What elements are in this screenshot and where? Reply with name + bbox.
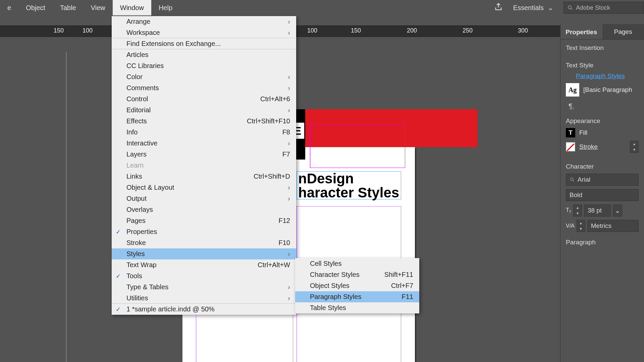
share-icon[interactable] bbox=[494, 2, 503, 13]
menu-item-label: Links bbox=[126, 173, 142, 180]
paragraph-styles-link[interactable]: Paragraph Styles bbox=[566, 72, 639, 80]
menu-item-label: Properties bbox=[126, 228, 157, 236]
menu-item-interactive[interactable]: Interactive› bbox=[112, 138, 296, 149]
menu-item-cc-libraries[interactable]: CC Libraries bbox=[112, 60, 296, 71]
text-frame-selected[interactable] bbox=[310, 124, 405, 168]
menu-item-label: Stroke bbox=[126, 239, 146, 247]
menu-item-overlays[interactable]: Overlays bbox=[112, 204, 296, 215]
svg-point-0 bbox=[568, 6, 571, 9]
menu-item-label: Utilities bbox=[126, 294, 148, 302]
tab-properties[interactable]: Properties bbox=[560, 24, 602, 40]
workspace-switcher[interactable]: Essentials ⌄ bbox=[513, 4, 553, 12]
menu-item-effects[interactable]: EffectsCtrl+Shift+F10 bbox=[112, 116, 296, 127]
menu-shortcut: Ctrl+Shift+D bbox=[237, 173, 290, 180]
menu-item-workspace[interactable]: Workspace› bbox=[112, 27, 296, 38]
menu-item-layers[interactable]: LayersF7 bbox=[112, 149, 296, 160]
submenu-item-table-styles[interactable]: Table Styles bbox=[295, 302, 419, 313]
check-icon: ✓ bbox=[116, 228, 121, 236]
submenu-item-object-styles[interactable]: Object StylesCtrl+F7 bbox=[295, 280, 419, 291]
font-weight-field[interactable]: Bold bbox=[566, 189, 639, 201]
svg-point-1 bbox=[571, 178, 573, 181]
font-size-dropdown[interactable]: ⌄ bbox=[613, 204, 622, 217]
submenu-item-cell-styles[interactable]: Cell Styles bbox=[295, 258, 419, 269]
menu-item-label: Arrange bbox=[126, 18, 150, 25]
chevron-down-icon: ⌄ bbox=[548, 4, 553, 12]
menu-item-label: Paragraph Styles bbox=[310, 293, 361, 301]
menu-item-stroke[interactable]: StrokeF10 bbox=[112, 237, 296, 248]
menu-item-find-extensions-on-exchange-[interactable]: Find Extensions on Exchange... bbox=[112, 38, 296, 49]
tab-pages[interactable]: Pages bbox=[602, 24, 644, 40]
menu-item-control[interactable]: ControlCtrl+Alt+6 bbox=[112, 94, 296, 105]
submenu-item-character-styles[interactable]: Character StylesShift+F11 bbox=[295, 269, 419, 280]
current-paragraph-style[interactable]: [Basic Paragraph bbox=[583, 86, 632, 94]
stroke-weight-stepper[interactable]: ▲▼ bbox=[630, 141, 639, 153]
properties-panel: Properties Pages Text Insertion Text Sty… bbox=[560, 24, 644, 362]
ruler-tick: 150 bbox=[54, 27, 64, 34]
font-size-field[interactable]: 38 pt bbox=[584, 204, 611, 217]
menu-object[interactable]: Object bbox=[18, 0, 53, 15]
menu-item-tools[interactable]: ✓Tools bbox=[112, 270, 296, 282]
menu-item-info[interactable]: InfoF8 bbox=[112, 127, 296, 138]
chevron-right-icon: › bbox=[288, 294, 290, 302]
menu-item-label: Control bbox=[126, 95, 148, 103]
menu-item-label: Workspace bbox=[126, 29, 160, 37]
font-family-field[interactable]: Arial bbox=[566, 174, 639, 186]
menu-item-type-tables[interactable]: Type & Tables› bbox=[112, 282, 296, 293]
menu-shortcut: Ctrl+Shift+F10 bbox=[230, 117, 290, 125]
menu-partial[interactable]: e bbox=[0, 0, 18, 15]
document-canvas[interactable]: E nDesign haracter Styles bbox=[0, 52, 644, 362]
menu-item-label: CC Libraries bbox=[126, 62, 164, 70]
kerning-stepper[interactable]: ▲▼ bbox=[577, 220, 585, 232]
stroke-swatch[interactable] bbox=[566, 142, 575, 152]
menu-shortcut: Shift+F11 bbox=[368, 271, 413, 279]
menu-item-1-sample-article-indd-50-[interactable]: ✓1 *sample article.indd @ 50% bbox=[112, 304, 296, 315]
search-placeholder: Adobe Stock bbox=[576, 4, 610, 11]
workspace-label: Essentials bbox=[513, 4, 544, 12]
menu-item-label: Character Styles bbox=[310, 271, 360, 279]
menubar: e Object Table View Window Help Essentia… bbox=[0, 0, 644, 15]
menu-item-label: Find Extensions on Exchange... bbox=[126, 40, 221, 48]
chevron-right-icon: › bbox=[288, 106, 290, 114]
menu-item-styles[interactable]: Styles› bbox=[112, 248, 296, 259]
menu-item-label: Text Wrap bbox=[126, 261, 157, 269]
menu-item-color[interactable]: Color› bbox=[112, 71, 296, 82]
submenu-item-paragraph-styles[interactable]: Paragraph StylesF11 bbox=[295, 291, 419, 302]
fill-label: Fill bbox=[579, 129, 587, 136]
menu-item-pages[interactable]: PagesF12 bbox=[112, 215, 296, 226]
menu-view[interactable]: View bbox=[84, 0, 113, 15]
chevron-right-icon: › bbox=[288, 184, 290, 191]
guide-vertical[interactable] bbox=[66, 52, 66, 362]
stroke-label[interactable]: Stroke bbox=[579, 143, 598, 150]
text-style-heading: Text Style bbox=[566, 62, 639, 69]
menu-item-articles[interactable]: Articles bbox=[112, 49, 296, 60]
menu-item-links[interactable]: LinksCtrl+Shift+D bbox=[112, 171, 296, 182]
menu-item-properties[interactable]: ✓Properties bbox=[112, 226, 296, 237]
menu-item-text-wrap[interactable]: Text WrapCtrl+Alt+W bbox=[112, 259, 296, 270]
menu-item-arrange[interactable]: Arrange› bbox=[112, 16, 296, 27]
menu-item-label: Object & Layout bbox=[126, 184, 174, 191]
fill-swatch[interactable]: T bbox=[566, 128, 575, 137]
search-input[interactable]: Adobe Stock bbox=[564, 2, 644, 14]
menu-item-label: Cell Styles bbox=[310, 260, 341, 267]
paragraph-heading: Paragraph bbox=[566, 239, 639, 246]
window-menu-dropdown: Arrange›Workspace›Find Extensions on Exc… bbox=[112, 16, 296, 315]
horizontal-ruler: 150 100 100 150 200 250 300 bbox=[0, 25, 644, 37]
menu-table[interactable]: Table bbox=[53, 0, 84, 15]
menu-item-output[interactable]: Output› bbox=[112, 193, 296, 204]
menu-item-utilities[interactable]: Utilities› bbox=[112, 293, 296, 304]
menu-shortcut: F12 bbox=[262, 217, 290, 225]
ruler-tick: 250 bbox=[463, 27, 473, 34]
font-size-stepper[interactable]: ▲▼ bbox=[573, 204, 582, 217]
menu-item-editorial[interactable]: Editorial› bbox=[112, 105, 296, 116]
ruler-tick: 100 bbox=[307, 27, 317, 34]
chevron-right-icon: › bbox=[288, 139, 290, 147]
menu-item-comments[interactable]: Comments› bbox=[112, 82, 296, 94]
menu-item-object-layout[interactable]: Object & Layout› bbox=[112, 182, 296, 193]
text-frame[interactable]: nDesign haracter Styles bbox=[297, 171, 401, 199]
menu-shortcut: Ctrl+Alt+6 bbox=[244, 95, 290, 103]
menu-shortcut: F7 bbox=[266, 150, 290, 158]
kerning-field[interactable]: Metrics bbox=[587, 220, 639, 232]
menu-window[interactable]: Window bbox=[113, 0, 151, 15]
pilcrow-icon[interactable]: ¶. bbox=[566, 100, 639, 111]
menu-help[interactable]: Help bbox=[151, 0, 180, 15]
